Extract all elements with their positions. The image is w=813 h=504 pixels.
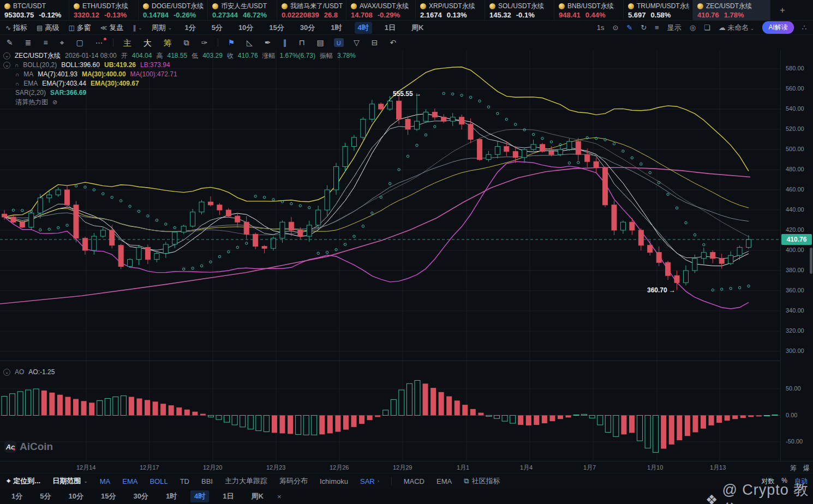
axis-corner-label[interactable]: 爆 — [803, 464, 810, 473]
period-30分[interactable]: 30分 — [297, 22, 318, 34]
ticker-tab-币安人生[interactable]: 币安人生/USDT0.2734446.72% — [208, 0, 277, 20]
edit-box-icon[interactable]: ⧉ — [182, 38, 192, 47]
indicator-EMA[interactable]: EMA — [122, 477, 138, 485]
ai-analysis-button[interactable]: AI解读 — [762, 21, 793, 34]
alert-bell-icon[interactable]: ∩ — [15, 70, 19, 79]
trash-icon[interactable]: ⊟ — [369, 38, 380, 47]
period-1分[interactable]: 1分 — [181, 22, 199, 34]
toolbar-多窗-button[interactable]: ◫多窗 — [68, 23, 91, 33]
indicator-社区指标[interactable]: ⧉社区指标 — [464, 476, 500, 486]
replay-loop-icon[interactable]: ↻ — [641, 23, 647, 32]
main-chart-toggle[interactable]: 主 — [121, 38, 134, 47]
candlestick-chart[interactable]: 555.55 →360.70 → — [0, 50, 780, 461]
indicator-Ichimoku[interactable]: Ichimoku — [320, 477, 348, 485]
timer-label[interactable]: 1s — [597, 23, 605, 32]
bottom-period-1日[interactable]: 1日 — [219, 490, 237, 502]
bottom-period-1分[interactable]: 1分 — [8, 490, 26, 502]
bottom-period-5分[interactable]: 5分 — [36, 490, 55, 502]
toolbar-复盘-button[interactable]: ≪复盘 — [100, 23, 124, 33]
ruler-icon[interactable]: ◺ — [244, 38, 255, 47]
close-period-bar-button[interactable]: × — [277, 493, 282, 501]
collapse-chevron-icon[interactable]: ⌄ — [3, 62, 10, 69]
share-icon[interactable]: ∴ — [802, 23, 806, 32]
indicator-SAR[interactable]: SAR› — [360, 477, 379, 485]
ticker-tab-ETH[interactable]: ETH/USDT永续3320.12-0.13% — [69, 0, 139, 20]
ticker-tab-DOGE[interactable]: DOGE/USDT永续0.14784-0.26% — [139, 0, 208, 20]
indicator-BBI[interactable]: BBI — [201, 477, 213, 485]
bottom-日期范围-button[interactable]: 日期范围⌄ — [52, 476, 88, 486]
toolbar-label: 周期 — [152, 23, 166, 33]
fullscreen-icon[interactable]: ❏ — [704, 23, 710, 32]
time-axis[interactable]: 12月1412月1712月2012月2312月2612月291月11月41月71… — [0, 461, 813, 473]
alert-bell-icon[interactable]: ∩ — [15, 79, 19, 88]
bottom-period-10分[interactable]: 10分 — [64, 490, 87, 502]
bottom-period-15分[interactable]: 15分 — [97, 490, 119, 502]
axis-corner-label[interactable]: 筹 — [790, 464, 797, 473]
add-ticker-button[interactable]: + — [770, 0, 794, 20]
ticker-tab-TRUMP[interactable]: TRUMP/USDT永续5.6970.58% — [624, 0, 693, 20]
collapse-chevron-icon[interactable]: ⌄ — [3, 52, 10, 59]
display-button[interactable]: 显示 — [667, 23, 682, 33]
period-15分[interactable]: 15分 — [266, 22, 287, 34]
undo-icon[interactable]: ↶ — [388, 38, 399, 47]
lines-list-icon[interactable]: ≣ — [23, 38, 34, 47]
indicator-MACD[interactable]: MACD — [404, 477, 425, 485]
period-1日[interactable]: 1日 — [381, 22, 399, 34]
display-list-icon[interactable]: ≡ — [655, 23, 659, 32]
alert-bell-icon[interactable]: ∩ — [15, 61, 19, 70]
toolbar-kline-style-button[interactable]: ∥⌄ — [133, 24, 142, 32]
filter-icon[interactable]: ▽ — [351, 38, 362, 47]
period-4时[interactable]: 4时 — [355, 22, 372, 34]
ticker-tab-XRP[interactable]: XRP/USDT永续2.16740.13% — [416, 0, 485, 20]
period-5分[interactable]: 5分 — [208, 22, 226, 34]
bottom-定位到-button[interactable]: ⌖定位到... — [7, 476, 40, 486]
magnet-icon[interactable]: ∪ — [334, 38, 344, 47]
period-周K[interactable]: 周K — [408, 22, 427, 34]
pattern-icon[interactable]: ∥ — [281, 38, 289, 47]
period-1时[interactable]: 1时 — [327, 22, 345, 34]
ticker-tab-SOL[interactable]: SOL/USDT永续145.32-0.1% — [485, 0, 554, 20]
large-view-toggle[interactable]: 大 — [141, 38, 154, 47]
toolbar-周期-button[interactable]: 周期⌄ — [152, 23, 172, 33]
toolbar-高级-button[interactable]: ▤高级 — [37, 23, 59, 33]
collapse-chevron-icon[interactable]: ⌄ — [3, 369, 10, 376]
indicator-BOLL[interactable]: BOLL — [150, 477, 168, 485]
bookmark-icon[interactable]: ⚑ — [226, 38, 237, 47]
more-tools-icon[interactable]: ⋯ — [93, 38, 105, 47]
indicator-MA[interactable]: MA — [100, 477, 111, 485]
bottom-period-周K[interactable]: 周K — [248, 490, 267, 502]
bottom-period-4时[interactable]: 4时 — [190, 490, 209, 502]
ticker-tab-我踏马来了[interactable]: 我踏马来了/USDT0.0222083926.8 — [277, 0, 346, 20]
pen-icon[interactable]: ✒ — [262, 38, 273, 47]
brush-icon[interactable]: ✑ — [199, 38, 210, 47]
ticker-price: 2.1674 — [420, 11, 442, 19]
bottom-period-30分[interactable]: 30分 — [129, 490, 152, 502]
eye-off-icon[interactable]: ⊘ — [52, 98, 57, 107]
indicator-筹码分布[interactable]: 筹码分布 — [279, 476, 308, 486]
bottom-period-1时[interactable]: 1时 — [162, 490, 181, 502]
rectangle-tool-icon[interactable]: ▢ — [74, 38, 86, 47]
period-10分[interactable]: 10分 — [235, 22, 256, 34]
ticker-tab-ZEC[interactable]: ZEC/USDT永续410.761.78% — [693, 0, 770, 20]
list-icon[interactable]: ≡ — [41, 38, 50, 47]
indicator-TD[interactable]: TD — [180, 477, 189, 485]
toolbar-label: 高级 — [45, 23, 59, 33]
notes-icon[interactable]: ▤ — [315, 38, 326, 47]
pencil-tool-icon[interactable]: ✎ — [4, 38, 15, 47]
indicator-EMA[interactable]: EMA — [437, 477, 452, 485]
draw-icon[interactable]: ✎ — [626, 23, 632, 32]
toolbar-指标-button[interactable]: ∿指标 — [5, 23, 27, 33]
settings-target-icon[interactable]: ◎ — [690, 23, 696, 32]
price-axis[interactable]: 580.00560.00540.00520.00500.00480.00460.… — [780, 50, 813, 461]
ticker-tab-AVAX[interactable]: AVAX/USDT永续14.708-0.29% — [346, 0, 416, 20]
crosshair-tool-icon[interactable]: ⌖ — [58, 38, 67, 47]
ticker-tab-BTC[interactable]: BTC/USDT95303.75-0.12% — [0, 0, 69, 20]
vertical-scrollbar[interactable] — [810, 248, 812, 274]
chips-toggle[interactable]: 筹 — [162, 38, 174, 47]
lock-icon[interactable]: ⊓ — [297, 38, 307, 47]
indicator-主力大单跟踪[interactable]: 主力大单跟踪 — [225, 476, 267, 486]
untitled-layout-button[interactable]: ☁ 未命名 ⌄ — [719, 23, 755, 33]
ticker-tab-BNB[interactable]: BNB/USDT永续948.410.44% — [554, 0, 624, 20]
time-axis-label: 1月13 — [710, 464, 726, 472]
camera-icon[interactable]: ⊙ — [612, 23, 618, 32]
